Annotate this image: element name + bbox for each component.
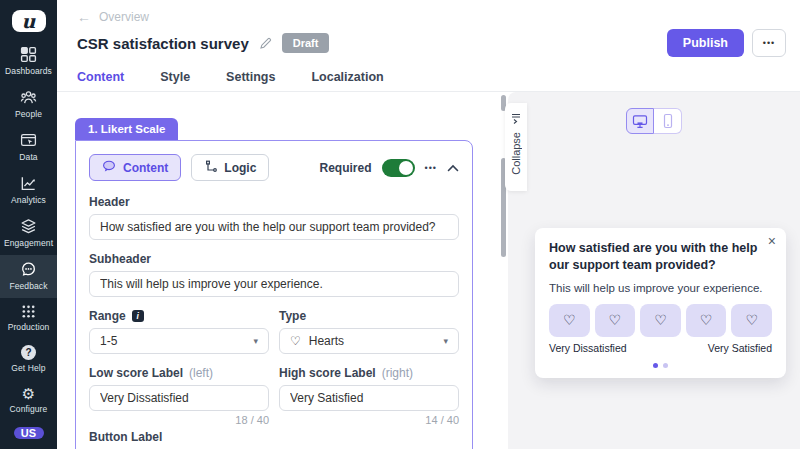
subheader-field-label: Subheader (89, 252, 459, 266)
required-toggle[interactable] (382, 159, 415, 177)
rating-option-4[interactable]: ♡ (686, 304, 727, 337)
sidebar-item-label: Feedback (9, 281, 47, 291)
sidebar-item-engagement[interactable]: Engagement (0, 212, 57, 255)
rating-scale: ♡ ♡ ♡ ♡ ♡ (549, 304, 772, 337)
sidebar-item-label: Engagement (4, 238, 53, 248)
high-score-label-text: High score Label (279, 366, 376, 380)
help-icon: ? (21, 345, 36, 360)
back-label: Overview (99, 10, 149, 24)
top-header: ← Overview CSR satisfaction survey Draft… (57, 0, 800, 92)
preview-low-label: Very Dissatisfied (549, 342, 627, 354)
collapse-icon (510, 110, 522, 128)
sidebar-item-people[interactable]: People (0, 83, 57, 126)
branch-icon (204, 160, 217, 176)
data-icon (20, 132, 37, 149)
heart-icon: ♡ (290, 334, 301, 348)
subheader-input[interactable] (89, 271, 459, 297)
low-score-field-label: Low score Label (left) (89, 366, 269, 380)
preview-question-title: How satisfied are you with the help our … (549, 240, 772, 274)
mobile-preview-button[interactable] (654, 108, 682, 134)
header-input[interactable] (89, 214, 459, 240)
app-window: u Dashboards People (0, 0, 800, 449)
preview-question-subtitle: This will help us improve your experienc… (549, 282, 772, 294)
question-block-badge[interactable]: 1. Likert Scale (75, 118, 178, 140)
people-icon (20, 89, 37, 106)
preview-panel: Collapse × How satisfied are you with th… (508, 92, 800, 449)
logic-mode-button[interactable]: Logic (191, 154, 269, 181)
engagement-icon (20, 218, 37, 235)
main-column: ← Overview CSR satisfaction survey Draft… (57, 0, 800, 449)
page-dot-active[interactable] (653, 363, 658, 368)
sidebar-item-production[interactable]: Production (0, 298, 57, 339)
rating-option-2[interactable]: ♡ (595, 304, 636, 337)
header-more-button[interactable]: ••• (752, 29, 786, 57)
page-title: CSR satisfaction survey (77, 35, 249, 52)
logic-mode-label: Logic (224, 161, 256, 175)
close-icon[interactable]: × (768, 234, 776, 248)
sidebar-item-analytics[interactable]: Analytics (0, 169, 57, 212)
edit-title-icon[interactable] (259, 37, 272, 50)
info-icon[interactable]: i (132, 310, 144, 322)
range-field-label: Range i (89, 309, 269, 323)
sidebar-item-get-help[interactable]: ? Get Help (0, 339, 57, 380)
question-editor-pane: 1. Likert Scale Content (57, 92, 499, 449)
sidebar-item-data[interactable]: Data (0, 126, 57, 169)
low-score-input[interactable] (89, 385, 269, 411)
analytics-icon (20, 175, 37, 192)
back-link[interactable]: ← Overview (77, 10, 149, 24)
range-label-text: Range (89, 309, 126, 323)
sidebar-item-label: Configure (10, 404, 48, 414)
desktop-preview-button[interactable] (626, 108, 654, 134)
page-dot[interactable] (663, 363, 668, 368)
production-icon (21, 304, 36, 319)
range-value: 1-5 (100, 334, 117, 348)
range-select[interactable]: 1-5 ▾ (89, 328, 269, 354)
userpilot-logo[interactable]: u (12, 10, 46, 32)
phone-icon (662, 113, 674, 129)
sidebar-item-label: Data (19, 152, 37, 162)
question-more-button[interactable]: ••• (425, 163, 437, 173)
button-label-field-label: Button Label (89, 430, 459, 444)
user-avatar[interactable]: US (14, 427, 44, 439)
sidebar-item-dashboards[interactable]: Dashboards (0, 40, 57, 83)
type-value: Hearts (309, 334, 344, 348)
question-card: Content Logic Required ••• (75, 140, 473, 449)
gear-icon: ⚙ (22, 386, 35, 401)
heart-icon: ♡ (745, 312, 758, 328)
rating-option-1[interactable]: ♡ (549, 304, 590, 337)
collapse-question-icon[interactable] (447, 164, 459, 172)
required-label: Required (320, 161, 372, 175)
sidebar-item-label: Production (8, 322, 50, 332)
sidebar-item-label: Dashboards (5, 66, 52, 76)
rating-option-3[interactable]: ♡ (640, 304, 681, 337)
sidebar-item-label: Analytics (11, 195, 46, 205)
heart-icon: ♡ (654, 312, 667, 328)
sidebar: u Dashboards People (0, 0, 57, 449)
speech-bubble-icon (102, 160, 116, 176)
sidebar-item-configure[interactable]: ⚙ Configure (0, 380, 57, 421)
sidebar-item-feedback[interactable]: Feedback (0, 255, 57, 298)
preview-high-label: Very Satisfied (708, 342, 772, 354)
device-toggle (626, 108, 682, 134)
collapse-panel-tab[interactable]: Collapse (505, 103, 527, 191)
sidebar-item-label: People (15, 109, 42, 119)
chevron-down-icon: ▾ (253, 336, 258, 346)
high-score-input[interactable] (279, 385, 459, 411)
low-score-label-text: Low score Label (89, 366, 183, 380)
content-mode-button[interactable]: Content (89, 154, 181, 181)
heart-icon: ♡ (609, 312, 622, 328)
pagination-dots (549, 363, 772, 368)
header-field-label: Header (89, 195, 459, 209)
low-score-char-count: 18 / 40 (89, 414, 269, 426)
rating-option-5[interactable]: ♡ (731, 304, 772, 337)
low-score-hint: (left) (189, 366, 213, 380)
high-score-field-label: High score Label (right) (279, 366, 459, 380)
publish-button[interactable]: Publish (667, 29, 744, 57)
high-score-hint: (right) (382, 366, 413, 380)
toggle-knob (399, 161, 413, 175)
dashboards-icon (20, 46, 37, 63)
collapse-label: Collapse (510, 132, 522, 175)
type-select[interactable]: ♡ Hearts ▾ (279, 328, 459, 354)
content-mode-label: Content (123, 161, 168, 175)
heart-icon: ♡ (700, 312, 713, 328)
